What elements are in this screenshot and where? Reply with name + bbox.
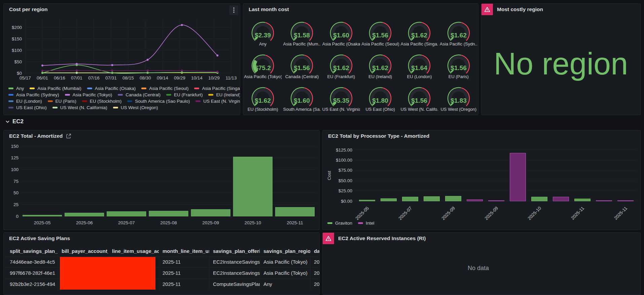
panel-alert-badge[interactable]	[481, 4, 493, 15]
gauge-value: $2.39	[255, 32, 271, 39]
legend-label: US West (N. California)	[60, 105, 107, 110]
legend-item[interactable]: Intel	[358, 221, 374, 226]
legend-item[interactable]: EU (Frankfurt)	[166, 92, 203, 97]
legend-swatch	[87, 88, 92, 89]
legend-label: EU (Ireland)	[216, 92, 240, 97]
bar	[275, 207, 314, 216]
svg-text:$75.00: $75.00	[338, 168, 352, 173]
column-header[interactable]: split_savings_plan_s	[4, 246, 58, 256]
chevron-down-icon	[5, 120, 10, 124]
legend-item[interactable]: Graviton	[327, 221, 352, 226]
external-link-icon[interactable]	[66, 133, 71, 139]
gauge-label: EU (Paris)	[449, 74, 469, 79]
legend-item[interactable]: Asia Pacific (Singapore)	[194, 86, 240, 91]
panel-title[interactable]: Cost per region	[9, 6, 48, 12]
legend-swatch	[48, 100, 53, 102]
column-header[interactable]: savings_plan_region	[260, 246, 311, 256]
column-header[interactable]: line_item_usage_ac	[109, 246, 159, 256]
gauge: $2.39Any	[243, 16, 282, 48]
legend-item[interactable]: Asia Pacific (Mumbai)	[30, 86, 81, 91]
gauge: $1.83US West (Oregon)	[439, 81, 478, 114]
panel-title[interactable]: EC2 Active Reserved Instances (RI)	[338, 235, 426, 241]
column-header[interactable]: savings_plan_offeri	[210, 246, 260, 256]
gauge-label: South America (Sa...	[283, 107, 321, 112]
bar	[149, 211, 188, 216]
svg-text:2025-11: 2025-11	[613, 206, 628, 220]
panel-alert-badge[interactable]	[323, 233, 334, 244]
grafana-dashboard: { "theme": { "page_bg": "#111217", "pane…	[0, 0, 644, 295]
legend-item[interactable]: Canada (Central)	[118, 92, 160, 97]
legend-item[interactable]: US West (N. California)	[52, 105, 107, 110]
most-costly-region-panel: Most costly region No region	[481, 3, 641, 115]
legend-item[interactable]: EU (Paris)	[48, 99, 76, 104]
gauge-label: Asia Pacific (Tokyo)	[244, 74, 282, 79]
svg-text:$0.00: $0.00	[341, 199, 352, 204]
legend-label: Asia Pacific (Tokyo)	[73, 92, 112, 97]
panel-title[interactable]: EC2 Total by Processor Type - Amortized	[328, 133, 429, 139]
legend-item[interactable]: US East (Ohio)	[8, 105, 47, 110]
gauge: $1.60Asia Pacific (Osaka)	[322, 16, 361, 48]
legend-swatch	[65, 94, 70, 96]
legend-item[interactable]: Asia Pacific (Seoul)	[141, 86, 188, 91]
line-series	[42, 25, 217, 65]
gauge-value: $1.64	[412, 64, 428, 71]
gauge: $1.56US West (N. Califo...	[400, 81, 439, 114]
gauge-arc: $1.56	[284, 51, 319, 74]
gauge-arc: $1.56	[441, 51, 476, 74]
svg-text:$150: $150	[12, 36, 22, 41]
gauge-arc: $1.62	[324, 51, 359, 74]
table-cell: 92b2b3e2-2156-494	[4, 279, 58, 290]
legend-item[interactable]: EU (Ireland)	[208, 92, 240, 97]
table-cell: EC2InstanceSavingsP	[210, 257, 260, 267]
panel-title[interactable]: EC2 Active Saving Plans	[9, 235, 70, 241]
svg-text:2025-10: 2025-10	[527, 206, 542, 220]
column-header[interactable]: bill_payer_account_	[58, 246, 109, 256]
legend-item[interactable]: Asia Pacific (Sydney)	[8, 92, 59, 97]
svg-text:06/01: 06/01	[37, 75, 48, 80]
legend-swatch	[141, 88, 146, 89]
legend-item[interactable]: Any	[8, 86, 24, 91]
gauge-label: Asia Pacific (Sydn...	[440, 41, 477, 46]
ec2-by-processor-chart: $0.00$25.00$50.00$75.00$100.00$125.00Cos…	[325, 142, 638, 220]
panel-menu-button[interactable]	[229, 5, 238, 15]
gauge-label: Any	[259, 41, 266, 46]
table-cell: 20	[311, 257, 320, 267]
panel-title[interactable]: Most costly region	[497, 6, 543, 12]
bar	[191, 209, 230, 216]
legend-item[interactable]: EU (Stockholm)	[82, 99, 122, 104]
table-cell: 2025-11	[159, 279, 210, 290]
svg-text:07/16: 07/16	[88, 75, 100, 80]
legend-label: Intel	[366, 221, 374, 226]
panel-title[interactable]: Last month cost	[249, 6, 289, 12]
svg-text:09/14: 09/14	[157, 75, 168, 80]
svg-text:2025-11: 2025-11	[570, 206, 585, 220]
gauge-value: $1.62	[333, 64, 349, 71]
column-header[interactable]: month_line_item_us	[159, 246, 210, 256]
gauge: $1.56EU (Paris)	[439, 48, 478, 81]
legend-item[interactable]: Asia Pacific (Tokyo)	[65, 92, 112, 97]
table-cell: EC2InstanceSavingsP	[210, 268, 260, 278]
panel-title[interactable]: EC2 Total - Amortized	[9, 133, 63, 139]
legend-item[interactable]: EU (London)	[8, 99, 42, 104]
column-header[interactable]: da	[311, 246, 320, 256]
gauge: $1.62EU (Frankfurt)	[322, 48, 361, 81]
legend-swatch	[208, 94, 213, 96]
gauge-arc: $1.58	[284, 18, 319, 42]
legend-label: Asia Pacific (Mumbai)	[37, 86, 81, 91]
legend-item[interactable]: South America (Sao Paulo)	[127, 99, 190, 104]
legend-item[interactable]: US East (N. Virginia)	[195, 99, 240, 104]
gauge-arc: $1.62	[363, 51, 398, 74]
cost-per-region-chart: 05/1706/0106/1607/0107/1607/3108/1508/30…	[6, 15, 238, 85]
row-header-ec2[interactable]: EC2	[5, 118, 24, 125]
gauge-label: EU (Stockholm)	[248, 107, 278, 112]
legend-item[interactable]: US West (Oregon)	[113, 105, 158, 110]
gauge-value: $1.56	[412, 97, 428, 104]
legend-item[interactable]: Asia Pacific (Osaka)	[87, 86, 136, 91]
legend-label: US East (Ohio)	[16, 105, 47, 110]
redaction-overlay	[60, 257, 155, 290]
gauge-value: $75.2	[255, 64, 271, 71]
gauge: $1.62Asia Pacific (Singa...	[400, 16, 439, 48]
legend-label: Graviton	[335, 221, 352, 226]
chart-legend: GravitonIntel	[327, 221, 380, 226]
bar	[553, 197, 569, 201]
